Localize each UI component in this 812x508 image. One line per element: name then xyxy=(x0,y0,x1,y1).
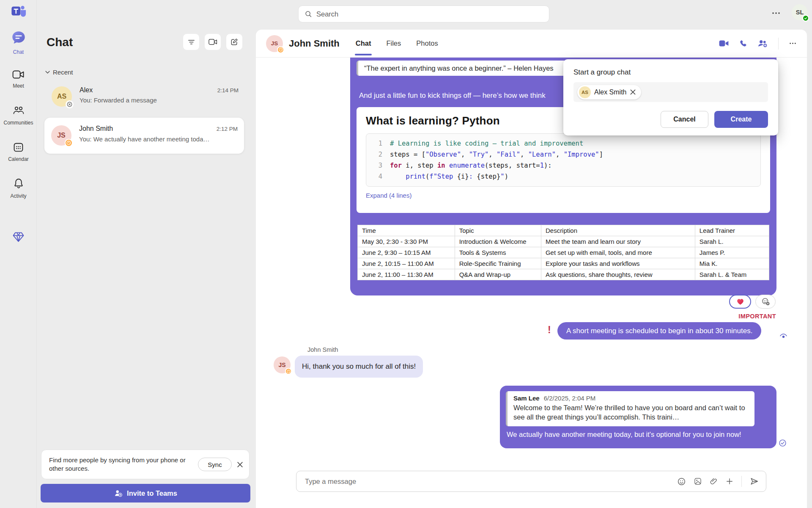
table-row: June 2, 10:15 – 11:00 AMRole-Specific Tr… xyxy=(358,258,769,269)
tab-files[interactable]: Files xyxy=(386,30,401,58)
more-options-button[interactable] xyxy=(770,8,782,19)
peer-avatar[interactable]: JS xyxy=(266,35,283,52)
table-cell: Tools & Systems xyxy=(455,247,541,258)
schedule-table-head-row: TimeTopicDescriptionLead Trainer xyxy=(358,225,769,236)
expand-code-link[interactable]: Expand (4 lines) xyxy=(366,192,411,199)
peer-name: John Smith xyxy=(289,38,340,49)
new-chat-button[interactable] xyxy=(226,33,243,50)
tab-photos[interactable]: Photos xyxy=(416,30,438,58)
message-text: And just a little fun to kick things off… xyxy=(359,91,546,100)
sync-banner-text: Find more people by syncing from your ph… xyxy=(49,456,193,473)
heart-reaction-pill[interactable] xyxy=(729,295,751,309)
important-exclamation-icon: ! xyxy=(548,324,551,336)
remove-member-icon[interactable] xyxy=(630,89,636,95)
table-row: June 2, 11:00 – 11:30 AMQ&A and Wrap-upA… xyxy=(358,269,769,280)
quoted-author: Sam Lee xyxy=(513,395,540,402)
chat-item-name: John Smith xyxy=(79,125,113,133)
search-input[interactable] xyxy=(316,10,543,18)
message-text: We actually have another meeting today, … xyxy=(506,431,771,439)
table-cell: Explore your tasks and workflows xyxy=(541,258,695,269)
invite-to-teams-label: Invite to Teams xyxy=(127,489,177,497)
table-header-cell: Time xyxy=(358,225,455,236)
divider xyxy=(741,476,742,487)
emoji-button[interactable] xyxy=(677,477,686,486)
send-button[interactable] xyxy=(749,477,759,486)
add-reaction-button[interactable] xyxy=(755,295,776,309)
attach-file-button[interactable] xyxy=(710,477,718,486)
table-row: June 2, 9:30 – 10:15 AMTools & SystemsGe… xyxy=(358,247,769,258)
cancel-button[interactable]: Cancel xyxy=(661,111,708,128)
app-rail: Chat Meet Communities xyxy=(0,0,37,508)
profile-avatar[interactable]: SL xyxy=(792,4,808,20)
status-blocked-badge xyxy=(66,100,74,108)
seen-receipt-icon xyxy=(779,333,787,341)
video-call-icon xyxy=(719,40,729,47)
sync-button[interactable]: Sync xyxy=(198,458,232,471)
attach-image-button[interactable] xyxy=(694,477,702,486)
chat-list-item-alex[interactable]: AS Alex 2:14 PM You: Forwarded a message xyxy=(42,81,246,114)
chat-list-item-john-smith[interactable]: JS John Smith 2:12 PM You: We actually h… xyxy=(44,118,244,154)
table-header-cell: Description xyxy=(541,225,695,236)
sync-banner: Find more people by syncing from your ph… xyxy=(41,450,250,479)
sidebar-item-activity[interactable]: Activity xyxy=(0,178,37,199)
add-people-button[interactable] xyxy=(757,39,768,48)
received-message: Hi, thank you so much for all of this! xyxy=(295,356,423,378)
sidebar-item-chat[interactable]: Chat xyxy=(0,30,37,55)
message-text: Hi, thank you so much for all of this! xyxy=(302,362,416,371)
sidebar-item-premium[interactable] xyxy=(0,232,37,244)
audio-call-button[interactable] xyxy=(739,39,747,48)
search-icon xyxy=(304,10,312,18)
video-call-button[interactable] xyxy=(719,40,729,47)
sidebar-item-communities[interactable]: Communities xyxy=(0,105,37,126)
filter-button[interactable] xyxy=(183,33,200,50)
bell-icon xyxy=(13,178,24,190)
message-text: A short meeting is scheduled to begin in… xyxy=(566,327,752,335)
create-button[interactable]: Create xyxy=(714,111,768,128)
table-cell: Get set up with email, tools, and more xyxy=(541,247,695,258)
table-cell: Introduction & Welcome xyxy=(455,236,541,247)
sidebar-item-meet[interactable]: Meet xyxy=(0,69,37,89)
avatar-initials: AS xyxy=(57,93,66,100)
chat-list-panel: Chat Recent AS xyxy=(37,26,252,508)
conversation-tabs: Chat Files Photos xyxy=(356,30,438,58)
sidebar-item-calendar[interactable]: Calendar xyxy=(0,141,37,162)
add-reaction-icon xyxy=(761,297,770,306)
invite-to-teams-button[interactable]: Invite to Teams xyxy=(41,484,250,502)
conversation-header: JS John Smith Chat Files Photos xyxy=(256,30,807,58)
phone-icon xyxy=(739,39,747,48)
table-cell: Role-Specific Training xyxy=(455,258,541,269)
table-header-cell: Topic xyxy=(455,225,541,236)
table-cell: June 2, 10:15 – 11:00 AM xyxy=(358,258,455,269)
table-row: May 30, 2:30 - 3:30 PMIntroduction & Wel… xyxy=(358,236,769,247)
quoted-message: Sam Lee 6/2/2025, 2:04 PM Welcome to the… xyxy=(506,391,754,426)
teams-logo-icon xyxy=(11,3,27,19)
add-attachment-button[interactable] xyxy=(725,477,734,486)
close-icon[interactable] xyxy=(237,461,243,468)
recent-section-toggle[interactable]: Recent xyxy=(45,69,73,76)
chat-item-time: 2:12 PM xyxy=(217,126,238,132)
meet-now-button[interactable] xyxy=(204,33,221,50)
code-line: 1# Learning is like coding — trial and i… xyxy=(372,138,754,149)
chat-item-preview: You: Forwarded a message xyxy=(80,97,236,104)
chat-item-time: 2:14 PM xyxy=(217,87,239,94)
avatar-initials: JS xyxy=(271,40,278,47)
paperclip-icon xyxy=(710,477,718,486)
avatar: AS xyxy=(52,86,72,107)
table-cell: May 30, 2:30 - 3:30 PM xyxy=(358,236,455,247)
status-away-badge xyxy=(285,368,292,375)
group-members-field[interactable]: AS Alex Smith xyxy=(573,82,768,102)
avatar-initials: AS xyxy=(582,90,588,95)
table-cell: Sarah L. & Team xyxy=(695,269,769,280)
avatar: AS xyxy=(579,86,591,98)
table-header-cell: Lead Trainer xyxy=(695,225,769,236)
table-cell: Meet the team and learn our story xyxy=(541,236,695,247)
sidebar-item-label: Meet xyxy=(0,83,37,89)
conversation-more-button[interactable] xyxy=(789,42,797,44)
code-line: 2steps = ["Observe", "Try", "Fail", "Lea… xyxy=(372,149,754,160)
tab-chat[interactable]: Chat xyxy=(356,30,371,58)
filter-icon xyxy=(187,38,195,46)
message-input[interactable] xyxy=(305,478,669,486)
quoted-message-text: “The expert in anything was once a begin… xyxy=(364,64,554,72)
search-bar[interactable] xyxy=(298,6,549,22)
chat-bubble-icon xyxy=(11,30,27,46)
